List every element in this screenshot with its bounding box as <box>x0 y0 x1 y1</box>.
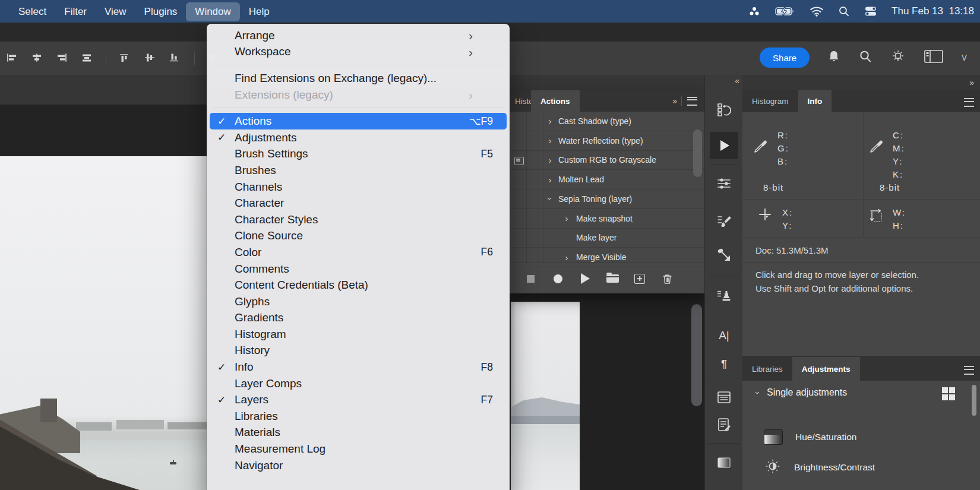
actions-panel-icon[interactable] <box>710 132 738 159</box>
properties-panel-icon[interactable] <box>710 170 738 197</box>
tab-libraries[interactable]: Libraries <box>742 357 792 381</box>
menubar-item-view[interactable]: View <box>96 2 135 21</box>
panels-expand-icon[interactable]: » <box>969 78 973 87</box>
app-cluster-icon[interactable] <box>748 5 761 17</box>
actions-scrollbar[interactable] <box>693 129 702 177</box>
menu-item-clone-source[interactable]: Clone Source <box>210 228 507 245</box>
brush-settings-panel-icon[interactable] <box>710 208 738 235</box>
menubar-clock[interactable]: Thu Feb 13 13:18 <box>892 5 974 17</box>
menubar-item-filter[interactable]: Filter <box>55 2 96 21</box>
adjustment-brightness-contrast[interactable]: Brightness/Contrast <box>764 458 875 477</box>
chevron-right-icon[interactable]: › <box>546 135 554 146</box>
menu-item-gradients[interactable]: Gradients <box>210 310 507 327</box>
tab-histogram[interactable]: Histogram <box>742 90 798 112</box>
menu-item-adjustments[interactable]: ✓Adjustments <box>210 129 507 146</box>
menu-item-content-credentials-beta[interactable]: Content Credentials (Beta) <box>210 277 507 293</box>
action-row-water-reflection-type[interactable]: ›Water Reflection (type) <box>510 131 704 151</box>
materials-panel-icon[interactable] <box>710 241 738 268</box>
menu-item-navigator[interactable]: Navigator <box>210 457 507 474</box>
action-row-make-snapshot[interactable]: ›Make snapshot <box>510 209 704 229</box>
version-history-panel-icon[interactable] <box>710 411 738 438</box>
chevron-right-icon[interactable]: › <box>546 175 554 185</box>
action-row-make-layer[interactable]: Make layer <box>510 229 704 248</box>
align-bottom-icon[interactable] <box>169 53 181 65</box>
menu-item-brush-settings[interactable]: Brush SettingsF5 <box>210 146 507 163</box>
align-center-horizontal-icon[interactable] <box>31 53 43 65</box>
menu-item-info[interactable]: ✓InfoF8 <box>210 359 507 375</box>
new-set-folder-button[interactable] <box>599 270 626 287</box>
battery-charging-icon[interactable] <box>775 6 795 17</box>
menu-item-channels[interactable]: Channels <box>210 179 507 195</box>
history-panel-icon[interactable] <box>710 96 738 124</box>
menu-item-libraries[interactable]: Libraries <box>210 408 507 425</box>
stop-button[interactable] <box>517 270 544 287</box>
dock-collapse-icon[interactable]: « <box>735 76 738 86</box>
chevron-right-icon[interactable]: › <box>546 155 554 165</box>
document-canvas-photo[interactable] <box>0 156 207 490</box>
adjustment-hue-saturation[interactable]: Hue/Saturation <box>764 429 856 445</box>
menu-item-layers[interactable]: ✓LayersF7 <box>210 391 507 408</box>
menu-item-history[interactable]: History <box>210 343 507 359</box>
panel-menu-icon[interactable] <box>687 97 697 106</box>
chevron-down-icon[interactable]: ᐯ <box>962 53 967 62</box>
panel-collapse-icon[interactable]: » <box>672 96 676 106</box>
delete-button[interactable] <box>653 270 681 287</box>
menu-item-materials[interactable]: Materials <box>210 425 507 441</box>
bell-icon[interactable] <box>827 49 840 66</box>
spotlight-search-icon[interactable] <box>838 5 850 17</box>
action-row-custom-rgb-to-grayscale[interactable]: ›Custom RGB to Grayscale <box>510 151 704 170</box>
align-left-icon[interactable] <box>6 53 18 65</box>
clone-source-panel-icon[interactable] <box>710 283 738 310</box>
panel-menu-icon[interactable] <box>964 366 974 375</box>
gradients-panel-icon[interactable] <box>710 449 738 476</box>
new-action-button[interactable] <box>626 270 653 287</box>
search-icon[interactable] <box>858 49 872 66</box>
canvas-vertical-scrollbar[interactable] <box>691 304 702 406</box>
record-button[interactable] <box>544 270 571 287</box>
grid-view-icon[interactable] <box>942 387 955 400</box>
adjustments-scrollbar[interactable] <box>972 385 976 416</box>
menu-item-brushes[interactable]: Brushes <box>210 162 507 179</box>
menu-item-comments[interactable]: Comments <box>210 261 507 277</box>
align-top-icon[interactable] <box>119 53 131 65</box>
menu-item-layer-comps[interactable]: Layer Comps <box>210 375 507 392</box>
chevron-right-icon[interactable]: › <box>563 252 570 263</box>
tab-actions[interactable]: Actions <box>531 90 580 112</box>
menu-item-measurement-log[interactable]: Measurement Log <box>210 441 507 457</box>
menubar-item-select[interactable]: Select <box>10 2 55 21</box>
menu-item-arrange[interactable]: Arrange› <box>210 27 507 44</box>
single-adjustments-section[interactable]: › Single adjustments <box>757 387 847 398</box>
menubar-item-window[interactable]: Window <box>186 2 239 21</box>
distribute-horizontal-icon[interactable] <box>81 53 93 65</box>
control-center-icon[interactable] <box>864 5 877 17</box>
panel-menu-icon[interactable] <box>964 98 974 107</box>
chevron-right-icon[interactable]: › <box>546 116 554 126</box>
action-row-cast-shadow-type[interactable]: ›Cast Shadow (type) <box>510 112 704 131</box>
chevron-right-icon[interactable]: › <box>563 213 570 223</box>
menu-item-workspace[interactable]: Workspace› <box>210 44 507 61</box>
action-row-molten-lead[interactable]: ›Molten Lead <box>510 170 704 189</box>
share-button[interactable]: Share <box>760 48 810 68</box>
eyedropper-icon[interactable] <box>868 138 884 157</box>
menubar-item-plugins[interactable]: Plugins <box>135 2 186 21</box>
chevron-down-icon[interactable]: › <box>545 195 555 203</box>
tab-adjustments[interactable]: Adjustments <box>792 357 860 381</box>
workspace-switcher-icon[interactable] <box>924 49 944 66</box>
menu-item-glyphs[interactable]: Glyphs <box>210 293 507 310</box>
action-row-sepia-toning-layer[interactable]: ›Sepia Toning (layer) <box>510 189 704 209</box>
menu-item-find-extensions-on-exchange-legacy[interactable]: Find Extensions on Exchange (legacy)... <box>210 70 507 87</box>
character-panel-icon[interactable]: A| <box>710 322 738 349</box>
eyedropper-icon[interactable] <box>753 138 768 157</box>
discover-lightbulb-icon[interactable] <box>890 49 906 67</box>
tab-info[interactable]: Info <box>798 90 832 112</box>
wifi-icon[interactable] <box>810 6 824 17</box>
second-document-photo[interactable] <box>511 302 580 490</box>
dialog-toggle-icon[interactable] <box>514 157 524 165</box>
play-button[interactable] <box>571 270 599 287</box>
paragraph-panel-icon[interactable]: ¶ <box>710 350 738 378</box>
menubar-item-help[interactable]: Help <box>240 2 279 21</box>
menu-item-actions[interactable]: ✓Actions⌥F9 <box>210 113 507 129</box>
layer-comps-panel-icon[interactable] <box>710 384 738 411</box>
menu-item-color[interactable]: ColorF6 <box>210 244 507 261</box>
menu-item-character-styles[interactable]: Character Styles <box>210 211 507 228</box>
